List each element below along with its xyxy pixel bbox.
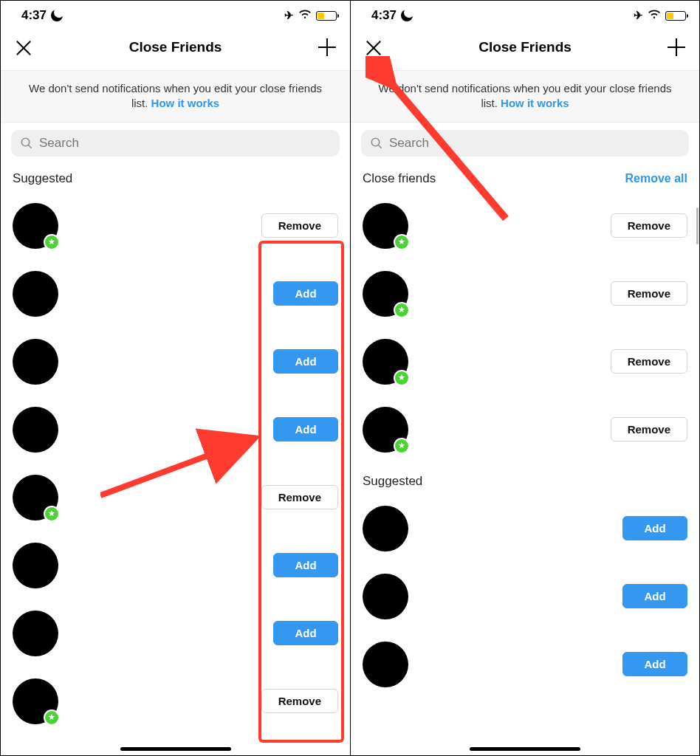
add-button[interactable] xyxy=(665,36,687,58)
avatar[interactable] xyxy=(13,611,58,656)
list-row: Add xyxy=(13,328,338,396)
svg-point-0 xyxy=(21,138,30,146)
remove-all-button[interactable]: Remove all xyxy=(625,172,687,185)
close-friend-star-icon: ★ xyxy=(44,506,60,522)
phone-right: 4:37 ✈ Close Friends We don't send notif… xyxy=(350,1,699,755)
list-row: Add xyxy=(13,599,338,667)
add-friend-button[interactable]: Add xyxy=(273,417,338,441)
list-row: ★ Remove xyxy=(363,328,687,396)
do-not-disturb-icon xyxy=(401,10,413,21)
avatar[interactable] xyxy=(13,543,58,588)
info-banner: We don't send notifications when you edi… xyxy=(1,70,350,123)
search-input[interactable] xyxy=(389,136,680,151)
add-friend-button[interactable]: Add xyxy=(622,652,687,676)
search-icon xyxy=(20,137,33,150)
search-field[interactable] xyxy=(11,130,340,157)
avatar[interactable] xyxy=(363,574,408,619)
avatar[interactable]: ★ xyxy=(13,475,58,520)
avatar[interactable] xyxy=(13,339,58,385)
close-button[interactable] xyxy=(13,36,35,58)
list-row: ★ Remove xyxy=(363,396,687,464)
info-banner: We don't send notifications when you edi… xyxy=(351,70,699,123)
plus-icon xyxy=(318,38,336,56)
remove-button[interactable]: Remove xyxy=(261,485,338,509)
list-row: Add xyxy=(13,532,338,599)
add-friend-button[interactable]: Add xyxy=(273,349,338,374)
status-right: ✈ xyxy=(634,8,686,23)
status-bar: 4:37 ✈ xyxy=(351,1,699,27)
avatar[interactable]: ★ xyxy=(363,407,408,453)
avatar[interactable] xyxy=(13,271,58,317)
add-button[interactable] xyxy=(316,36,338,58)
avatar[interactable]: ★ xyxy=(363,339,408,385)
close-friend-star-icon: ★ xyxy=(394,234,410,250)
how-it-works-link[interactable]: How it works xyxy=(501,97,569,109)
wifi-icon xyxy=(648,8,661,23)
list-row: ★ Remove xyxy=(13,464,338,532)
status-right: ✈ xyxy=(284,8,337,23)
avatar[interactable] xyxy=(363,506,408,551)
remove-button[interactable]: Remove xyxy=(611,213,687,238)
list-row: Add xyxy=(13,260,338,328)
remove-button[interactable]: Remove xyxy=(261,689,338,713)
add-friend-button[interactable]: Add xyxy=(622,584,687,608)
add-friend-button[interactable]: Add xyxy=(273,281,338,306)
close-button[interactable] xyxy=(363,36,385,58)
list-row: ★ Remove xyxy=(363,260,687,328)
close-friend-star-icon: ★ xyxy=(44,709,60,726)
battery-icon xyxy=(316,11,337,21)
search-input[interactable] xyxy=(39,136,331,151)
airplane-icon: ✈ xyxy=(634,9,643,22)
status-time: 4:37 xyxy=(371,8,397,23)
add-friend-button[interactable]: Add xyxy=(273,553,338,577)
page-header: Close Friends xyxy=(351,27,699,70)
airplane-icon: ✈ xyxy=(284,9,294,22)
close-friend-star-icon: ★ xyxy=(394,438,410,454)
suggested-list: Add Add Add xyxy=(351,495,699,698)
svg-point-3 xyxy=(371,138,380,146)
page-title: Close Friends xyxy=(35,39,316,55)
close-icon xyxy=(366,39,382,55)
scrollbar[interactable] xyxy=(696,207,699,244)
page-title: Close Friends xyxy=(385,39,665,55)
status-left: 4:37 xyxy=(21,8,63,23)
add-friend-button[interactable]: Add xyxy=(622,516,687,540)
list-row: Add xyxy=(363,495,687,563)
how-it-works-link[interactable]: How it works xyxy=(151,97,220,109)
add-friend-button[interactable]: Add xyxy=(273,621,338,645)
list-row: Add xyxy=(13,396,338,464)
wifi-icon xyxy=(298,8,312,23)
section-label: Suggested xyxy=(363,474,422,489)
remove-button[interactable]: Remove xyxy=(611,417,687,441)
status-left: 4:37 xyxy=(371,8,413,23)
list-row: ★ Remove xyxy=(363,192,687,260)
remove-button[interactable]: Remove xyxy=(611,349,687,374)
status-bar: 4:37 ✈ xyxy=(1,1,350,27)
list-row: Add xyxy=(363,563,687,630)
plus-icon xyxy=(668,38,685,56)
avatar[interactable]: ★ xyxy=(13,678,58,724)
remove-button[interactable]: Remove xyxy=(261,213,338,238)
avatar[interactable]: ★ xyxy=(363,271,408,317)
close-friends-list: ★ Remove ★ Remove ★ Remove ★ Remove xyxy=(351,192,699,464)
list-row: Add xyxy=(363,630,687,698)
section-label: Suggested xyxy=(13,171,72,186)
avatar[interactable] xyxy=(363,642,408,687)
home-indicator[interactable] xyxy=(120,747,231,751)
home-indicator[interactable] xyxy=(470,747,580,751)
close-friend-star-icon: ★ xyxy=(394,302,410,318)
avatar[interactable]: ★ xyxy=(363,203,408,249)
search-icon xyxy=(370,137,383,150)
close-icon xyxy=(16,39,32,55)
battery-icon xyxy=(665,11,686,21)
page-header: Close Friends xyxy=(1,27,350,70)
svg-line-4 xyxy=(378,145,382,148)
phone-left: 4:37 ✈ Close Friends We don't send notif… xyxy=(1,1,350,755)
remove-button[interactable]: Remove xyxy=(611,281,687,306)
avatar[interactable] xyxy=(13,407,58,453)
svg-line-1 xyxy=(28,145,32,148)
search-field[interactable] xyxy=(361,130,689,157)
status-time: 4:37 xyxy=(21,8,47,23)
section-suggested: Suggested xyxy=(351,464,699,495)
avatar[interactable]: ★ xyxy=(13,203,58,249)
